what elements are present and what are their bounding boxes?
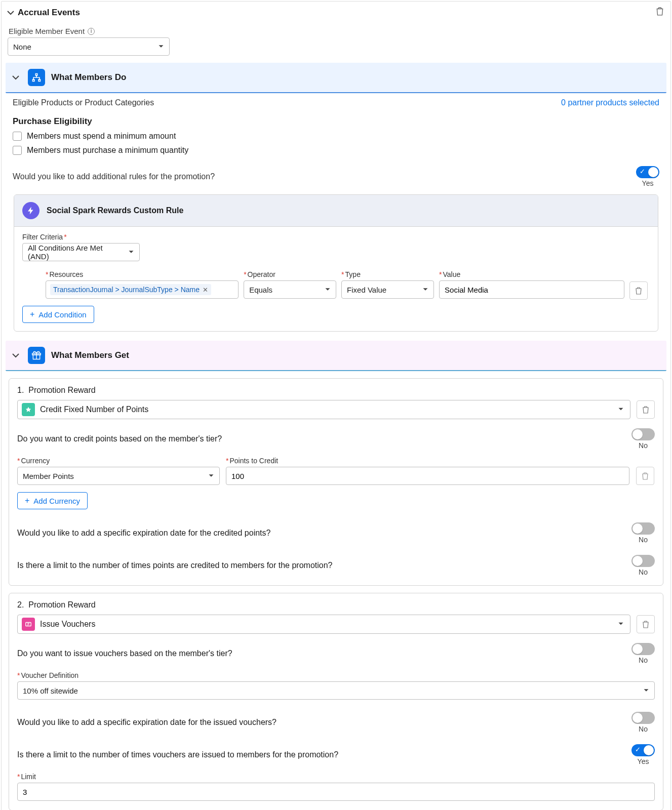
- operator-select[interactable]: Equals: [244, 280, 336, 299]
- eligible-member-event-label-text: Eligible Member Event: [9, 27, 85, 35]
- add-currency-label: Add Currency: [33, 497, 80, 505]
- remove-tag-icon[interactable]: ✕: [203, 286, 208, 294]
- reward1-tier-toggle[interactable]: [631, 428, 655, 440]
- custom-rule-header: Social Spark Rewards Custom Rule: [14, 195, 658, 227]
- eligible-member-event-select[interactable]: None: [8, 37, 170, 56]
- points-input[interactable]: [226, 467, 629, 485]
- delete-reward1-button[interactable]: [637, 400, 655, 419]
- chevron-down-icon[interactable]: [12, 73, 20, 82]
- eligible-products-label: Eligible Products or Product Categories: [13, 98, 154, 107]
- reward2-limit-toggle[interactable]: ✓: [631, 744, 655, 756]
- additional-rules-value: Yes: [642, 179, 654, 187]
- reward2-tier-toggle[interactable]: [631, 643, 655, 655]
- filter-criteria-value: All Conditions Are Met (AND): [28, 244, 124, 261]
- caret-down-icon: [158, 43, 164, 51]
- delete-currency-button[interactable]: [636, 467, 654, 485]
- caret-down-icon: [618, 405, 624, 414]
- voucher-icon: [22, 618, 35, 631]
- caret-down-icon: [618, 620, 624, 629]
- what-members-do-title: What Members Do: [51, 72, 126, 83]
- custom-rule-title: Social Spark Rewards Custom Rule: [47, 206, 183, 215]
- what-members-do-header: What Members Do: [6, 63, 666, 93]
- reward1-expiration-toggle[interactable]: [631, 522, 655, 535]
- reward2-expiration-toggle[interactable]: [631, 712, 655, 724]
- checkbox-icon: [13, 146, 22, 155]
- points-icon: [22, 403, 35, 416]
- reward1-tier-value: No: [639, 441, 648, 450]
- additional-rules-toggle[interactable]: ✓: [636, 166, 659, 178]
- add-condition-label: Add Condition: [38, 310, 86, 319]
- value-label: Value: [439, 270, 624, 278]
- operator-label: Operator: [244, 270, 336, 278]
- reward2-limit-value: Yes: [638, 757, 649, 765]
- min-qty-checkbox[interactable]: Members must purchase a minimum quantity: [13, 146, 659, 155]
- reward2-limit-question: Is there a limit to the number of times …: [17, 750, 338, 759]
- type-select[interactable]: Fixed Value: [341, 280, 434, 299]
- delete-condition-button[interactable]: [629, 281, 648, 300]
- voucher-definition-label: Voucher Definition: [17, 671, 655, 679]
- reward1-index: 1.: [17, 386, 24, 394]
- min-qty-label: Members must purchase a minimum quantity: [27, 146, 188, 155]
- reward1-label: Promotion Reward: [28, 386, 96, 394]
- reward2-tier-value: No: [639, 656, 648, 664]
- reward1-heading: 1. Promotion Reward: [17, 386, 655, 395]
- accrual-events-title: Accrual Events: [18, 8, 80, 18]
- limit-input[interactable]: [17, 783, 655, 801]
- what-members-get-header: What Members Get: [6, 341, 666, 371]
- caret-down-icon: [643, 686, 649, 695]
- reward2-expiration-value: No: [639, 725, 648, 733]
- delete-reward2-button[interactable]: [637, 615, 655, 633]
- operator-value: Equals: [249, 286, 272, 294]
- type-label: Type: [341, 270, 434, 278]
- eligible-member-event-value: None: [13, 43, 31, 51]
- gift-icon: [28, 347, 45, 364]
- partner-products-link[interactable]: 0 partner products selected: [561, 98, 659, 107]
- reward1-expiration-value: No: [639, 536, 648, 544]
- reward1-limit-value: No: [639, 568, 648, 576]
- reward2-tier-question: Do you want to issue vouchers based on t…: [17, 649, 232, 658]
- reward1-limit-toggle[interactable]: [631, 555, 655, 567]
- min-spend-label: Members must spend a minimum amount: [27, 132, 176, 141]
- resource-tag: TransactionJournal > JournalSubType > Na…: [50, 284, 211, 295]
- what-members-get-title: What Members Get: [51, 350, 129, 360]
- reward1-expiration-question: Would you like to add a specific expirat…: [17, 529, 270, 538]
- eligible-member-event-label: Eligible Member Event i: [8, 27, 664, 37]
- reward2-index: 2.: [17, 600, 24, 609]
- min-spend-checkbox[interactable]: Members must spend a minimum amount: [13, 132, 659, 141]
- reward1-tier-question: Do you want to credit points based on th…: [17, 434, 222, 443]
- limit-label: Limit: [17, 773, 655, 781]
- type-value: Fixed Value: [347, 286, 386, 294]
- chevron-down-icon[interactable]: [7, 9, 15, 17]
- points-label: Points to Credit: [226, 457, 629, 465]
- add-currency-button[interactable]: + Add Currency: [17, 492, 88, 509]
- plus-icon: +: [30, 310, 34, 318]
- caret-down-icon: [422, 286, 428, 294]
- accrual-events-header: Accrual Events: [2, 2, 670, 23]
- info-icon[interactable]: i: [88, 28, 95, 35]
- value-input[interactable]: [439, 280, 624, 299]
- resource-tag-text: TransactionJournal > JournalSubType > Na…: [53, 286, 200, 294]
- filter-criteria-label: Filter Criteria: [22, 233, 650, 241]
- chevron-down-icon[interactable]: [12, 351, 20, 359]
- voucher-definition-select[interactable]: 10% off sitewide: [17, 681, 655, 700]
- reward1-type-select[interactable]: Credit Fixed Number of Points: [17, 400, 630, 419]
- resources-input[interactable]: TransactionJournal > JournalSubType > Na…: [46, 280, 239, 299]
- reward2-type-value: Issue Vouchers: [40, 620, 95, 629]
- currency-select[interactable]: Member Points: [17, 467, 220, 485]
- add-condition-button[interactable]: + Add Condition: [22, 306, 94, 323]
- lightning-icon: [22, 202, 39, 219]
- purchase-eligibility-heading: Purchase Eligibility: [13, 116, 659, 127]
- additional-rules-question: Would you like to add additional rules f…: [13, 172, 215, 181]
- caret-down-icon: [325, 286, 331, 294]
- voucher-definition-value: 10% off sitewide: [23, 686, 78, 695]
- reward2-heading: 2. Promotion Reward: [17, 600, 655, 610]
- resources-label: Resources: [46, 270, 239, 278]
- delete-icon[interactable]: [655, 7, 664, 16]
- reward2-expiration-question: Would you like to add a specific expirat…: [17, 718, 276, 727]
- checkbox-icon: [13, 132, 22, 141]
- filter-criteria-select[interactable]: All Conditions Are Met (AND): [22, 243, 140, 261]
- plus-icon: +: [25, 497, 29, 505]
- currency-value: Member Points: [23, 472, 74, 480]
- reward2-type-select[interactable]: Issue Vouchers: [17, 615, 630, 634]
- caret-down-icon: [208, 472, 214, 480]
